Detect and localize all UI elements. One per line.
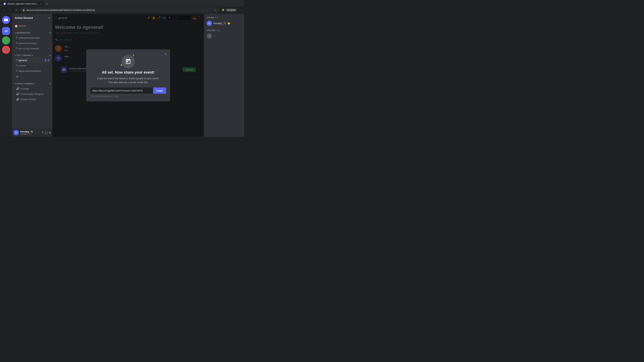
invite-expires-text: Your invite link expires in 7 days. bbox=[90, 95, 120, 97]
add-channel-icon[interactable]: + bbox=[49, 31, 51, 34]
sparkle-left-icon: ★ bbox=[120, 63, 123, 67]
hash-icon: # bbox=[16, 59, 18, 62]
category-text-channels[interactable]: ▾ TEXT CHANNELS + bbox=[12, 51, 52, 57]
user-panel-icons: 🎙 🎧 ⚙ bbox=[41, 131, 51, 134]
calendar-icon: 📅 bbox=[15, 25, 18, 27]
active-tab[interactable]: Discord | #general | Artists Disco... ✕ bbox=[1, 1, 44, 6]
settings-icon[interactable]: ⚙ bbox=[49, 131, 51, 134]
member-item-offline[interactable]: ? ... bbox=[205, 33, 243, 39]
channel-sidebar: Artists Discord ▾ 📅 Events ▾ INFORMATION… bbox=[12, 14, 52, 137]
gear-icon[interactable]: ⚙ bbox=[48, 59, 50, 61]
category-chevron-icon: ▾ bbox=[15, 32, 16, 34]
channel-events[interactable]: # events bbox=[14, 63, 51, 68]
modal-description: Copy the event link below to invite peop… bbox=[96, 77, 160, 84]
member-avatar: M bbox=[206, 21, 212, 26]
refresh-button[interactable]: ↻ bbox=[14, 8, 19, 12]
headphone-icon[interactable]: 🎧 bbox=[44, 131, 48, 134]
modal-overlay: ✕ ✦ ★ All set. Now share your event! Cop… bbox=[52, 14, 204, 137]
incognito-badge: Incognito bbox=[226, 8, 237, 11]
channel-general[interactable]: # general 👤 ⚙ bbox=[14, 57, 51, 63]
channel-stream-room[interactable]: 🔊 Stream Room bbox=[14, 96, 51, 102]
modal-close-button[interactable]: ✕ bbox=[163, 51, 168, 57]
discord-home-button[interactable] bbox=[2, 16, 10, 24]
nav-bar: ← → ↻ 🔒 discord.com/channels/11823620100… bbox=[0, 6, 244, 14]
hash-icon: # bbox=[16, 69, 18, 72]
online-header: ONLINE — 1 bbox=[205, 16, 243, 18]
server-separator bbox=[3, 25, 9, 26]
category-chevron-icon: ▾ bbox=[15, 54, 16, 56]
category-information[interactable]: ▾ INFORMATION + bbox=[12, 29, 52, 35]
add-voice-channel-icon[interactable]: + bbox=[49, 82, 51, 85]
copy-button[interactable]: Copy bbox=[153, 87, 166, 94]
offline-header: OFFLINE — 1 bbox=[205, 29, 243, 31]
channel-list: 📅 Events ▾ INFORMATION + # welcome-and-r… bbox=[12, 22, 52, 128]
plus-circle-icon: ⊕ bbox=[16, 75, 18, 78]
new-tab-button[interactable]: + bbox=[45, 1, 50, 6]
channel-lounge[interactable]: 🔊 Lounge bbox=[14, 86, 51, 91]
channel-this-is-my-channel[interactable]: # this-is-my-channel → bbox=[14, 46, 51, 51]
member-icon[interactable]: 👤 bbox=[44, 59, 47, 61]
modal-icon-wrapper: ✦ ★ bbox=[122, 55, 135, 68]
hash-icon: # bbox=[16, 47, 18, 50]
channel-community-hangout[interactable]: 🔊 Community Hangout bbox=[14, 91, 51, 96]
server-name: Artists Discord bbox=[15, 16, 49, 19]
address-bar-icons: ☆ bbox=[215, 9, 217, 11]
channel-actions: 👤 ⚙ bbox=[44, 59, 50, 61]
member-avatar-offline: ? bbox=[206, 33, 212, 39]
user-info: moodjoy_71 moodjoy1_6... bbox=[20, 130, 33, 135]
artists-discord-server-icon[interactable]: AD bbox=[2, 27, 10, 35]
browser-chrome: Discord | #general | Artists Disco... ✕ … bbox=[0, 0, 244, 14]
arrow-right-icon: → bbox=[48, 47, 50, 50]
url-text: discord.com/channels/1182362010067935253… bbox=[26, 9, 95, 11]
back-button[interactable]: ← bbox=[2, 8, 7, 12]
forward-button[interactable]: → bbox=[8, 8, 13, 12]
modal-title: All set. Now share your event! bbox=[102, 70, 154, 75]
server-list: AD 🌿 🎮 bbox=[0, 14, 12, 137]
server-icon-2[interactable]: 🌿 bbox=[2, 36, 10, 44]
events-item[interactable]: 📅 Events bbox=[12, 23, 52, 29]
lock-icon: 🔒 bbox=[22, 9, 25, 11]
channel-welcome-and-rules[interactable]: # welcome-and-rules bbox=[14, 35, 51, 40]
svg-point-0 bbox=[4, 3, 5, 4]
share-event-modal: ✕ ✦ ★ All set. Now share your event! Cop… bbox=[86, 49, 170, 101]
add-text-channel-icon[interactable]: + bbox=[49, 54, 51, 57]
calendar-modal-icon bbox=[125, 58, 131, 64]
user-panel: M moodjoy_71 moodjoy1_6... 🎙 🎧 ⚙ bbox=[12, 128, 52, 137]
browser-menu-button[interactable]: ⋮ bbox=[238, 8, 242, 12]
category-chevron-icon: ▾ bbox=[15, 83, 16, 85]
events-label: Events bbox=[19, 25, 26, 27]
username-label: moodjoy_71 bbox=[20, 130, 33, 133]
hash-icon: # bbox=[16, 64, 18, 67]
chevron-down-icon: ▾ bbox=[49, 17, 50, 19]
star-icon[interactable]: ☆ bbox=[215, 9, 217, 11]
tab-favicon bbox=[3, 2, 6, 5]
address-bar[interactable]: 🔒 discord.com/channels/11823620100679352… bbox=[20, 7, 219, 13]
server-icon-3[interactable]: 🎮 bbox=[2, 46, 10, 54]
speaker-icon: 🔊 bbox=[16, 92, 20, 95]
tab-title: Discord | #general | Artists Disco... bbox=[8, 3, 38, 5]
extensions-button[interactable]: 🧩 bbox=[220, 8, 225, 12]
user-tag-label: moodjoy1_6... bbox=[20, 133, 33, 135]
sparkle-top-icon: ✦ bbox=[132, 53, 135, 57]
right-sidebar: ONLINE — 1 M moodjoy_71 ⭐ OFFLINE — 1 ? … bbox=[204, 14, 244, 137]
invite-link-row: Copy bbox=[90, 87, 166, 94]
member-badge-icon: ⭐ bbox=[228, 22, 230, 25]
server-header[interactable]: Artists Discord ▾ bbox=[12, 14, 52, 22]
speaker-icon: 🔊 bbox=[16, 87, 20, 90]
hash-icon: # bbox=[16, 36, 18, 39]
tab-close-button[interactable]: ✕ bbox=[40, 2, 42, 5]
channel-announcements[interactable]: # announcements bbox=[14, 40, 51, 46]
main-content: # general ⚡ 🔔 📌 👥 🔍 Search 📥 ❓ Welcome t… bbox=[52, 14, 204, 137]
tab-bar: Discord | #general | Artists Disco... ✕ … bbox=[0, 0, 244, 6]
member-name-offline: ... bbox=[213, 35, 215, 37]
user-avatar: M bbox=[14, 130, 19, 135]
member-name: moodjoy_71 bbox=[213, 22, 226, 25]
invite-link-input[interactable] bbox=[90, 87, 153, 94]
category-voice-channels[interactable]: ▾ VOICE CHANNELS + bbox=[12, 79, 52, 86]
microphone-icon[interactable]: 🎙 bbox=[41, 131, 44, 134]
add-channel-button[interactable]: ⊕ bbox=[14, 74, 51, 79]
status-dot bbox=[17, 134, 19, 135]
channel-ideas-and-feedback[interactable]: # ideas-and-feedback bbox=[14, 68, 51, 73]
member-item-moodjoy[interactable]: M moodjoy_71 ⭐ bbox=[205, 20, 243, 27]
browser-menu-buttons: 🧩 Incognito ⋮ bbox=[220, 8, 242, 12]
